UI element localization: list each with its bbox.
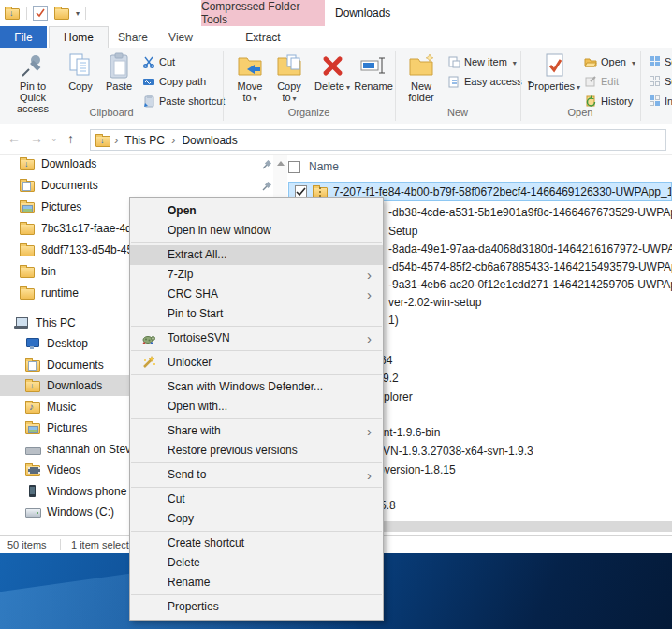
file-row-fragment[interactable]: -db38-4cde-a531-5b1e901a9f8c-14664676735… <box>388 205 672 220</box>
tab-share[interactable]: Share <box>109 26 157 48</box>
file-row-fragment[interactable]: VN-1.9.3.27038-x64-svn-1.9.3 <box>383 444 533 459</box>
music-folder-icon: ♪ <box>24 400 41 415</box>
menu-separator <box>131 487 382 488</box>
forward-button[interactable]: → <box>30 131 43 146</box>
file-row-fragment[interactable]: bversion-1.8.15 <box>378 462 456 477</box>
dropdown-caret <box>252 92 257 103</box>
menu-item-delete[interactable]: Delete <box>130 553 383 573</box>
tab-extract[interactable]: Extract <box>201 26 325 48</box>
select-none-button[interactable]: Select none <box>650 73 672 90</box>
menu-item-properties[interactable]: Properties <box>130 597 383 617</box>
breadcrumb-this-pc[interactable]: This PC <box>121 134 168 147</box>
address-bar: ← → ⌄ ↑ ↓ › This PC › Downloads <box>0 124 672 155</box>
file-row-fragment[interactable]: -9a31-4eb6-ac20-0f12e1cdd271-14642142597… <box>388 277 672 292</box>
delete-button[interactable]: Delete <box>313 51 352 94</box>
group-divider <box>640 51 641 121</box>
menu-item-open[interactable]: Open <box>130 201 383 221</box>
copy-to-button[interactable]: Copy to <box>270 51 309 105</box>
invert-selection-button[interactable]: Invert selection <box>650 93 672 110</box>
scissors-icon <box>142 55 155 68</box>
file-row-fragment[interactable]: unt-1.9.6-bin <box>377 425 440 440</box>
tab-file[interactable]: File <box>0 26 47 48</box>
qat-customize-dropdown[interactable]: ▾ <box>76 9 80 18</box>
file-row-fragment[interactable]: -8ada-49e1-97aa-da4068d3180d-14642161679… <box>388 241 672 256</box>
sidebar-item-downloads-quick[interactable]: ↓ Downloads <box>0 154 271 174</box>
breadcrumb[interactable]: ↓ › This PC › Downloads <box>90 129 666 151</box>
menu-item-restore-previous-versions[interactable]: Restore previous versions <box>130 441 383 461</box>
properties-button[interactable]: Properties <box>532 51 577 94</box>
ribbon-tab-row: File Home Share View Extract <box>0 26 672 48</box>
dropdown-caret <box>291 92 297 103</box>
row-checkbox[interactable] <box>295 185 307 197</box>
menu-item-open-with[interactable]: Open with... <box>130 397 383 417</box>
open-group-label: Open <box>520 107 640 120</box>
folder-icon <box>19 264 36 279</box>
file-row-fragment[interactable]: -d54b-4574-85f2-cb6a67885433-14642154935… <box>388 259 672 274</box>
file-row-fragment[interactable]: 1) <box>388 313 399 328</box>
copy-to-icon <box>275 51 303 80</box>
paste-button[interactable]: Paste <box>99 51 139 92</box>
sidebar-item-documents-quick[interactable]: Documents <box>0 175 271 196</box>
edit-button[interactable]: Edit <box>584 73 619 90</box>
menu-item-create-shortcut[interactable]: Create shortcut <box>130 534 383 553</box>
move-to-icon <box>236 51 264 80</box>
window-title: Downloads <box>335 7 390 20</box>
move-to-button[interactable]: Move to <box>230 51 270 105</box>
tab-view[interactable]: View <box>157 26 204 48</box>
menu-item-open-in-new-window[interactable]: Open in new window <box>130 221 383 241</box>
cut-button[interactable]: Cut <box>142 53 175 70</box>
open-button[interactable]: Open <box>584 53 635 70</box>
menu-item-tortoisesvn[interactable]: TortoiseSVN <box>130 329 383 348</box>
menu-item-crc-sha[interactable]: CRC SHA <box>130 285 383 304</box>
breadcrumb-downloads[interactable]: Downloads <box>178 134 241 147</box>
menu-item-7-zip[interactable]: 7-Zip <box>130 265 383 285</box>
network-drive-icon <box>24 442 41 457</box>
easy-access-button[interactable]: Easy access <box>447 73 532 90</box>
drive-icon <box>24 505 41 519</box>
menu-item-pin-to-start[interactable]: Pin to Start <box>130 304 383 324</box>
up-button[interactable]: ↑ <box>67 131 74 146</box>
easy-access-icon <box>447 75 460 88</box>
file-row-fragment[interactable]: Setup <box>388 224 417 239</box>
tab-home[interactable]: Home <box>49 26 109 48</box>
new-folder-button[interactable]: New folder <box>401 51 442 103</box>
ribbon: Pin to Quick access Copy Paste Cut C <box>0 48 672 124</box>
menu-item-unlocker[interactable]: Unlocker <box>130 353 383 373</box>
unlocker-wand-icon <box>141 355 156 370</box>
organize-group-label: Organize <box>223 107 395 120</box>
invert-selection-icon <box>650 95 661 107</box>
contextual-tab-header: Compressed Folder Tools <box>201 0 325 26</box>
menu-item-copy[interactable]: Copy <box>130 509 383 529</box>
app-downloads-folder-icon[interactable]: ↓ <box>4 6 21 21</box>
dropdown-caret <box>344 80 350 92</box>
menu-item-extract-all[interactable]: Extract All... <box>130 245 383 265</box>
new-item-button[interactable]: New item <box>447 53 517 70</box>
breadcrumb-chevron: › <box>111 133 121 147</box>
rename-icon <box>359 51 387 80</box>
downloads-folder-icon: ↓ <box>19 156 36 171</box>
name-column-header[interactable]: Name <box>309 160 339 173</box>
breadcrumb-chevron: › <box>168 133 178 147</box>
scrollbar-up-arrow[interactable] <box>277 161 285 166</box>
copy-button[interactable]: Copy <box>62 51 99 92</box>
back-button[interactable]: ← <box>7 131 21 146</box>
menu-item-rename[interactable]: Rename <box>130 573 383 592</box>
documents-folder-icon <box>19 178 36 193</box>
qat-new-folder-button[interactable] <box>53 6 70 21</box>
select-all-button[interactable]: Select all <box>650 53 672 70</box>
file-row-fragment[interactable]: ver-2.02-win-setup <box>388 295 481 310</box>
rename-button[interactable]: Rename <box>352 51 395 92</box>
pin-to-quick-access-button[interactable]: Pin to Quick access <box>6 51 60 114</box>
menu-item-share-with[interactable]: Share with <box>130 421 383 441</box>
select-all-checkbox[interactable] <box>288 161 300 173</box>
recent-locations-dropdown[interactable]: ⌄ <box>51 134 58 143</box>
videos-folder-icon <box>24 462 41 477</box>
qat-properties-button[interactable] <box>33 6 48 21</box>
menu-item-cut[interactable]: Cut <box>130 490 383 509</box>
menu-separator <box>131 350 382 351</box>
menu-item-send-to[interactable]: Send to <box>130 465 383 485</box>
menu-item-scan-with-windows-defender[interactable]: Scan with Windows Defender... <box>130 377 383 397</box>
title-bar: ↓ ▾ Compressed Folder Tools Downloads <box>0 0 672 26</box>
copy-path-button[interactable]: Copy path <box>142 73 206 90</box>
delete-x-icon <box>318 51 346 80</box>
